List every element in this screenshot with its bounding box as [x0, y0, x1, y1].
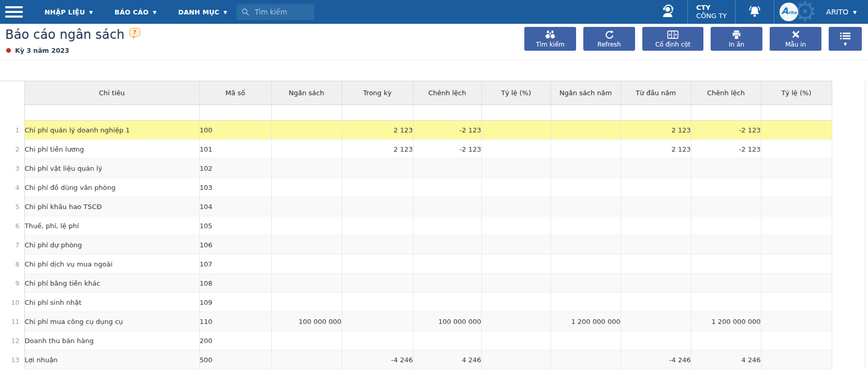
value-cell[interactable] — [691, 255, 761, 274]
table-row[interactable]: 1Chi phí quản lý doanh nghiệp 11002 123-… — [0, 121, 832, 140]
value-cell[interactable] — [761, 121, 832, 140]
value-cell[interactable] — [413, 159, 481, 178]
column-header[interactable]: Mã số — [199, 81, 271, 105]
search-input[interactable] — [254, 7, 310, 17]
value-cell[interactable] — [691, 274, 761, 293]
value-cell[interactable] — [481, 293, 551, 312]
value-cell[interactable] — [342, 331, 413, 350]
table-row[interactable]: 3Chi phí vật liệu quản lý102 — [0, 159, 832, 178]
value-cell[interactable] — [481, 140, 551, 159]
value-cell[interactable] — [621, 197, 691, 216]
value-cell[interactable] — [271, 121, 342, 140]
filter-cell[interactable] — [271, 105, 342, 121]
value-cell[interactable] — [761, 312, 832, 331]
notifications-button[interactable] — [747, 4, 762, 20]
value-cell[interactable]: -2 123 — [691, 121, 761, 140]
value-cell[interactable] — [691, 235, 761, 255]
nav-item-danh-muc[interactable]: DANH MỤC ▼ — [178, 8, 227, 16]
filter-cell[interactable] — [761, 105, 832, 121]
criteria-cell[interactable]: Chi phí vật liệu quản lý — [24, 159, 199, 178]
column-header[interactable]: Tỷ lệ (%) — [761, 81, 832, 105]
row-number-cell[interactable]: 2 — [0, 140, 24, 159]
row-number-cell[interactable]: 13 — [0, 350, 24, 369]
row-number-cell[interactable]: 3 — [0, 159, 24, 178]
value-cell[interactable] — [691, 331, 761, 350]
value-cell[interactable] — [481, 274, 551, 293]
value-cell[interactable] — [481, 312, 551, 331]
value-cell[interactable] — [413, 255, 481, 274]
value-cell[interactable] — [271, 197, 342, 216]
freeze-columns-button[interactable]: Cố định cột — [642, 27, 703, 51]
user-menu[interactable]: ARITO ▼ — [826, 8, 857, 16]
value-cell[interactable] — [413, 331, 481, 350]
value-cell[interactable] — [413, 235, 481, 255]
table-row[interactable]: 9Chi phí bằng tiền khác108 — [0, 274, 832, 293]
help-tooltip-icon[interactable]: ? — [129, 28, 140, 37]
value-cell[interactable] — [551, 140, 621, 159]
code-cell[interactable]: 101 — [199, 140, 271, 159]
criteria-cell[interactable]: Chi phí đồ dùng văn phòng — [24, 178, 199, 197]
criteria-cell[interactable]: Chi phí mua công cụ dụng cụ — [24, 312, 199, 331]
nav-item-nhap-lieu[interactable]: NHẬP LIỆU ▼ — [45, 8, 93, 16]
value-cell[interactable] — [481, 350, 551, 369]
value-cell[interactable] — [621, 293, 691, 312]
value-cell[interactable]: 100 000 000 — [271, 312, 342, 331]
code-cell[interactable]: 200 — [199, 331, 271, 350]
table-row[interactable]: 5Chi phí khấu hao TSCĐ104 — [0, 197, 832, 216]
value-cell[interactable]: -2 123 — [413, 121, 481, 140]
filter-cell[interactable] — [342, 105, 413, 121]
value-cell[interactable] — [271, 235, 342, 255]
filter-cell[interactable] — [691, 105, 761, 121]
code-cell[interactable]: 103 — [199, 178, 271, 197]
column-header[interactable]: Ngân sách năm — [551, 81, 621, 105]
code-cell[interactable]: 109 — [199, 293, 271, 312]
value-cell[interactable] — [481, 178, 551, 197]
value-cell[interactable] — [761, 331, 832, 350]
value-cell[interactable] — [481, 255, 551, 274]
value-cell[interactable] — [621, 235, 691, 255]
value-cell[interactable] — [551, 255, 621, 274]
code-cell[interactable]: 106 — [199, 235, 271, 255]
criteria-cell[interactable]: Chi phí khấu hao TSCĐ — [24, 197, 199, 216]
table-row[interactable]: 10Chi phí sinh nhật109 — [0, 293, 832, 312]
global-search-box[interactable] — [237, 4, 314, 20]
value-cell[interactable] — [691, 216, 761, 235]
search-button[interactable]: Tìm kiếm — [524, 27, 576, 51]
value-cell[interactable] — [342, 255, 413, 274]
column-header[interactable]: Chênh lệch — [691, 81, 761, 105]
support-button[interactable] — [660, 4, 677, 20]
value-cell[interactable] — [551, 350, 621, 369]
value-cell[interactable] — [342, 159, 413, 178]
value-cell[interactable] — [691, 293, 761, 312]
value-cell[interactable] — [413, 274, 481, 293]
column-header[interactable]: Trong kỳ — [342, 81, 413, 105]
criteria-cell[interactable]: Lợi nhuận — [24, 350, 199, 369]
row-number-cell[interactable]: 12 — [0, 331, 24, 350]
value-cell[interactable] — [413, 216, 481, 235]
column-header[interactable]: Tỷ lệ (%) — [481, 81, 551, 105]
value-cell[interactable] — [551, 293, 621, 312]
value-cell[interactable] — [271, 159, 342, 178]
value-cell[interactable] — [761, 350, 832, 369]
value-cell[interactable] — [761, 140, 832, 159]
value-cell[interactable] — [551, 331, 621, 350]
row-number-cell[interactable]: 10 — [0, 293, 24, 312]
value-cell[interactable] — [551, 235, 621, 255]
value-cell[interactable] — [271, 255, 342, 274]
value-cell[interactable] — [761, 274, 832, 293]
criteria-cell[interactable]: Thuế, phí, lệ phí — [24, 216, 199, 235]
value-cell[interactable] — [342, 235, 413, 255]
criteria-cell[interactable]: Chi phí bằng tiền khác — [24, 274, 199, 293]
value-cell[interactable] — [691, 197, 761, 216]
column-header[interactable]: Chênh lệch — [413, 81, 481, 105]
value-cell[interactable] — [271, 274, 342, 293]
criteria-cell[interactable]: Chi phí dịch vụ mua ngoài — [24, 255, 199, 274]
hamburger-menu-icon[interactable] — [5, 4, 23, 20]
value-cell[interactable] — [271, 216, 342, 235]
value-cell[interactable]: -4 246 — [621, 350, 691, 369]
value-cell[interactable] — [342, 312, 413, 331]
value-cell[interactable] — [271, 178, 342, 197]
value-cell[interactable] — [761, 197, 832, 216]
value-cell[interactable] — [551, 274, 621, 293]
row-number-cell[interactable]: 8 — [0, 255, 24, 274]
